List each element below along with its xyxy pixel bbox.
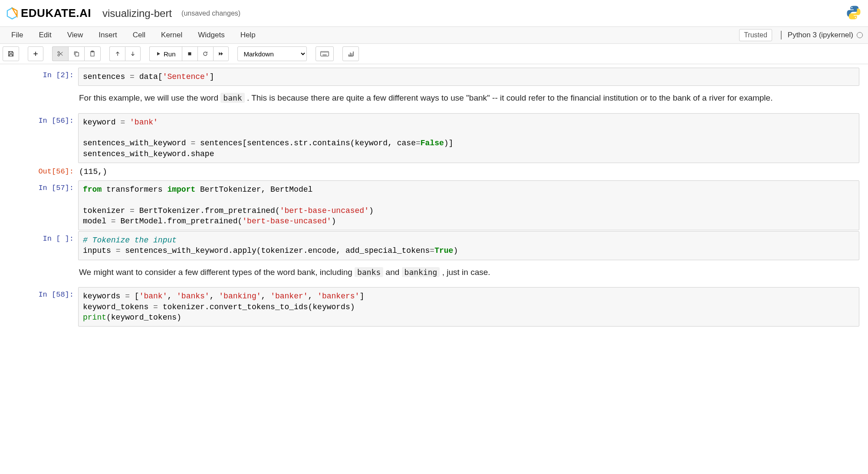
stop-icon: [187, 51, 192, 56]
scissors-icon: [57, 50, 64, 57]
move-up-button[interactable]: [109, 46, 125, 61]
code-input[interactable]: sentences = data['Sentence']: [78, 68, 859, 86]
menu-help[interactable]: Help: [233, 27, 263, 43]
brand-logo: EDUKATE.AI: [6, 7, 91, 20]
arrow-up-icon: [115, 51, 121, 57]
svg-rect-11: [320, 52, 329, 56]
keyboard-icon: [320, 51, 329, 57]
command-palette-button[interactable]: [316, 46, 334, 61]
save-icon: [7, 50, 14, 57]
code-cell[interactable]: In [56]: keyword = 'bank' sentences_with…: [9, 113, 859, 163]
menu-widgets[interactable]: Widgets: [190, 27, 232, 43]
markdown-rendered: We might want to consider a few differen…: [78, 261, 859, 287]
kernel-name[interactable]: Python 3 (ipykernel): [781, 31, 853, 39]
cell-type-select[interactable]: Markdown: [237, 46, 307, 61]
svg-rect-15: [325, 52, 325, 53]
svg-rect-7: [75, 52, 79, 56]
svg-rect-10: [188, 52, 191, 56]
arrow-down-icon: [130, 51, 136, 57]
menu-view[interactable]: View: [59, 27, 91, 43]
python-icon: [845, 4, 862, 22]
output-prompt: Out[56]:: [9, 164, 78, 180]
restart-button[interactable]: [197, 46, 213, 61]
brand-text: EDUKATE.AI: [21, 7, 91, 20]
plus-icon: [33, 51, 39, 57]
code-cell[interactable]: In [57]: from transformers import BertTo…: [9, 180, 859, 230]
output-text: (115,): [78, 164, 859, 180]
save-button[interactable]: [3, 46, 19, 61]
input-prompt: In [56]:: [9, 113, 78, 163]
notebook-title[interactable]: visualizing-bert: [102, 7, 172, 20]
paste-icon: [89, 50, 96, 57]
save-status: (unsaved changes): [181, 10, 240, 17]
code-cell[interactable]: In [2]: sentences = data['Sentence']: [9, 68, 859, 86]
toolbar: Run Markdown: [0, 44, 868, 64]
run-button[interactable]: Run: [149, 46, 182, 61]
fast-forward-icon: [218, 51, 224, 57]
menu-insert[interactable]: Insert: [91, 27, 125, 43]
run-label: Run: [164, 50, 176, 58]
input-prompt: In [2]:: [9, 68, 78, 86]
kernel-indicator-icon: [857, 32, 863, 38]
hexagon-icon: [6, 7, 18, 20]
code-cell[interactable]: In [ ]: # Tokenize the input inputs = se…: [9, 231, 859, 260]
trusted-badge[interactable]: Trusted: [739, 29, 772, 41]
svg-rect-16: [326, 52, 326, 53]
copy-icon: [73, 50, 80, 57]
output-cell: Out[56]: (115,): [9, 164, 859, 180]
code-input[interactable]: keyword = 'bank' sentences_with_keyword …: [78, 113, 859, 163]
menu-file[interactable]: File: [3, 27, 31, 43]
svg-point-3: [851, 7, 852, 8]
input-prompt: In [57]:: [9, 180, 78, 230]
svg-marker-1: [12, 8, 17, 16]
interrupt-button[interactable]: [182, 46, 197, 61]
code-input[interactable]: from transformers import BertTokenizer, …: [78, 180, 859, 230]
cut-button[interactable]: [52, 46, 68, 61]
menu-edit[interactable]: Edit: [31, 27, 59, 43]
input-prompt: In [ ]:: [9, 231, 78, 260]
notebook-area: In [2]: sentences = data['Sentence'] For…: [0, 64, 868, 345]
code-input[interactable]: keywords = ['bank', 'banks', 'banking', …: [78, 287, 859, 327]
svg-point-4: [855, 17, 856, 18]
code-input[interactable]: # Tokenize the input inputs = sentences_…: [78, 231, 859, 260]
svg-rect-18: [322, 55, 326, 55]
svg-rect-17: [327, 52, 328, 53]
menu-kernel[interactable]: Kernel: [153, 27, 190, 43]
restart-run-all-button[interactable]: [213, 46, 229, 61]
markdown-rendered: For this example, we will use the word b…: [78, 87, 859, 112]
code-cell[interactable]: In [58]: keywords = ['bank', 'banks', 'b…: [9, 287, 859, 327]
svg-rect-13: [322, 52, 323, 53]
markdown-cell[interactable]: We might want to consider a few differen…: [9, 261, 859, 287]
insert-cell-button[interactable]: [28, 46, 43, 61]
input-prompt: In [58]:: [9, 287, 78, 327]
menubar: File Edit View Insert Cell Kernel Widget…: [0, 26, 868, 44]
header: EDUKATE.AI visualizing-bert (unsaved cha…: [0, 0, 868, 26]
move-down-button[interactable]: [125, 46, 141, 61]
menu-cell[interactable]: Cell: [125, 27, 153, 43]
svg-rect-14: [324, 52, 324, 53]
markdown-cell[interactable]: For this example, we will use the word b…: [9, 87, 859, 112]
paste-button[interactable]: [84, 46, 101, 61]
bar-chart-icon: [347, 50, 354, 57]
play-icon: [156, 51, 161, 56]
chart-button[interactable]: [342, 46, 359, 61]
copy-button[interactable]: [68, 46, 84, 61]
svg-rect-12: [321, 52, 322, 53]
restart-icon: [202, 51, 208, 57]
